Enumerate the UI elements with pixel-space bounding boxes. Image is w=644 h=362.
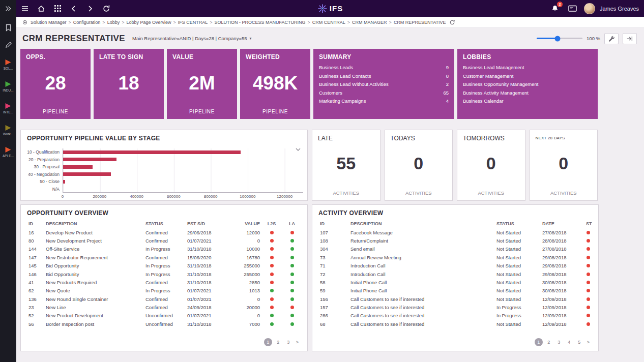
table-row[interactable]: 156Call Customers to see if interestedNo… (318, 295, 592, 303)
table-row[interactable]: 52New Product DevelopmentUnconfirmed01/0… (27, 312, 302, 320)
table-row[interactable]: 71Introduction CallNot Started29/08/2018 (318, 262, 592, 270)
kpi-card[interactable]: WEIGHTED498KPIPELINE (240, 49, 310, 119)
page-button[interactable]: 2 (545, 338, 553, 346)
lobby-link[interactable]: Customer Management (463, 73, 592, 79)
table-row[interactable]: 16Develop New ProductConfirmed29/06/2018… (27, 228, 302, 236)
breadcrumb-separator: > (102, 20, 105, 25)
cell: 0 (225, 236, 261, 245)
table-row[interactable]: 144Off-Site ServiceIn Progress31/10/2018… (27, 245, 302, 253)
cell: Return/Complaint (349, 236, 495, 245)
table-row[interactable]: 107Facebook MessageNot Started27/08/2018 (318, 228, 592, 236)
lobby-link[interactable]: Business Opportunity Management (463, 81, 592, 87)
edit-button[interactable] (0, 38, 16, 51)
kpi-card[interactable]: LATE TO SIGN18 (94, 49, 164, 119)
table-row[interactable]: 59Initial Phone CallNot Started30/08/201… (318, 287, 592, 295)
table-row[interactable]: 41New Products RequiredConfirmed31/10/20… (27, 278, 302, 286)
activity-kpi-card[interactable]: LATE55ACTIVITIES (312, 130, 380, 201)
breadcrumb-item[interactable]: SOLUTION - PROCESS MANUFACTURING (215, 20, 306, 25)
cell: New Distributor Requirement (44, 253, 144, 261)
table-row[interactable]: 146Bid OpportunityIn Progress31/10/20182… (27, 270, 302, 278)
page-button[interactable]: 1 (535, 338, 543, 346)
chart-bar-row (63, 186, 303, 193)
back-button[interactable] (67, 2, 80, 15)
bookmarks-button[interactable] (0, 21, 16, 34)
cell: Unconfirmed (144, 320, 186, 328)
page-button[interactable]: 3 (284, 338, 292, 346)
table-row[interactable]: 68Call Customers to see if interestedNot… (318, 320, 592, 328)
sidebar-apps: SOL...INDU...INTE...Work...API E... (3, 59, 14, 169)
notifications-button[interactable]: 2 (548, 2, 562, 15)
sidebar-item[interactable]: INTE... (3, 103, 13, 114)
cell: Initial Phone Call (349, 278, 495, 286)
next-page-button[interactable]: > (295, 340, 300, 345)
menu-button[interactable] (18, 2, 32, 15)
page-button[interactable]: 1 (264, 338, 272, 346)
lobby-link[interactable]: Business Activity Management (463, 90, 592, 96)
lobby-link[interactable]: Business Lead Management (463, 65, 592, 70)
cell: Confirmed (144, 236, 186, 245)
sidebar-item[interactable]: API E... (3, 147, 14, 158)
avatar[interactable] (584, 3, 595, 14)
next-page-button[interactable]: > (586, 340, 591, 345)
zoom-slider-thumb[interactable] (554, 36, 560, 41)
breadcrumb-item[interactable]: CRM REPRESENTATIVE (394, 20, 446, 25)
table-row[interactable]: 62New QuoteIn Progress01/07/20211013 (27, 287, 302, 295)
cell: 12/09/2018 (541, 295, 584, 303)
table-row[interactable]: 56Border Inspection postUnconfirmed31/10… (27, 320, 302, 328)
table-row[interactable]: 73Annual Review MeetingNot Started29/08/… (318, 253, 592, 261)
cell: 29/08/2018 (541, 253, 584, 261)
activity-kpi-card[interactable]: TOMORROWS0ACTIVITIES (457, 130, 525, 201)
table-row[interactable]: 304Send emailNot Started27/08/2018 (318, 245, 592, 253)
cell: New Development Project (44, 236, 144, 245)
refresh-button[interactable] (100, 2, 113, 15)
sidebar-expand-button[interactable] (0, 0, 16, 17)
sidebar-item[interactable]: INDU... (3, 81, 13, 92)
status-dot (587, 297, 590, 301)
sidebar-item[interactable]: Work... (3, 125, 13, 136)
navigate-button[interactable] (623, 33, 637, 44)
page-button[interactable]: 5 (575, 338, 583, 346)
cell: 23 (27, 303, 44, 311)
filter-summary[interactable]: Main Representative=ANID | Days=28 | Com… (132, 36, 251, 41)
kpi-card[interactable]: OPPS.28PIPELINE (20, 49, 91, 119)
breadcrumb-item[interactable]: Configuration (73, 20, 101, 25)
table-row[interactable]: 23New LineConfirmed24/09/201820000 (27, 303, 302, 311)
cell: 62 (27, 287, 44, 295)
apps-button[interactable] (51, 2, 64, 15)
home-button[interactable] (35, 2, 48, 15)
cell: 29/08/2018 (541, 270, 584, 278)
table-row[interactable]: 108Return/ComplaintNot Started28/08/2018 (318, 236, 592, 245)
activity-kpi-card[interactable]: TODAYS0ACTIVITIES (385, 130, 453, 201)
zoom-slider[interactable] (537, 38, 582, 39)
page-button[interactable]: 4 (565, 338, 573, 346)
breadcrumb-refresh-button[interactable] (449, 19, 455, 25)
page-button[interactable]: 2 (274, 338, 282, 346)
table-row[interactable]: 145Bid OpportunityIn Progress31/10/20182… (27, 262, 302, 270)
breadcrumb-item[interactable]: CRM MANAGER (352, 20, 387, 25)
table-row[interactable]: 157Call Customers to see if interestedIn… (318, 303, 592, 311)
console-button[interactable] (566, 2, 579, 15)
table-row[interactable]: 72Introduction CallNot Started29/08/2018 (318, 270, 592, 278)
breadcrumb-item[interactable]: Lobby (107, 20, 120, 25)
cell: 31/10/2018 (186, 262, 225, 270)
forward-button[interactable] (83, 2, 97, 15)
ifs-logo-text: IFS (330, 4, 343, 13)
workflow-icon (5, 125, 11, 131)
table-row[interactable]: 136New Round Single ContainerConfirmed01… (27, 295, 302, 303)
table-row[interactable]: 147New Distributor RequirementConfirmed1… (27, 253, 302, 261)
status-dot (587, 289, 590, 292)
breadcrumb-item[interactable]: CRM CENTRAL (312, 20, 345, 25)
table-row[interactable]: 80New Development ProjectConfirmed01/07/… (27, 236, 302, 245)
breadcrumb-item[interactable]: Solution Manager (31, 20, 67, 25)
page-button[interactable]: 3 (555, 338, 563, 346)
user-name[interactable]: James Greaves (600, 6, 639, 12)
sidebar-item[interactable]: SOL... (4, 59, 13, 70)
settings-wrench-button[interactable] (604, 33, 619, 44)
breadcrumb-item[interactable]: IFS CENTRAL (178, 20, 208, 25)
table-row[interactable]: 286Call Customers to see if interestedIn… (318, 312, 592, 320)
lobby-link[interactable]: Business Calendar (463, 98, 592, 104)
breadcrumb-item[interactable]: Lobby Page Overview (126, 20, 171, 25)
table-row[interactable]: 58Initial Phone CallNot Started30/08/201… (318, 278, 592, 286)
activity-kpi-card[interactable]: NEXT 28 DAYS0ACTIVITIES (530, 130, 598, 201)
kpi-card[interactable]: VALUE2MPIPELINE (167, 49, 237, 119)
